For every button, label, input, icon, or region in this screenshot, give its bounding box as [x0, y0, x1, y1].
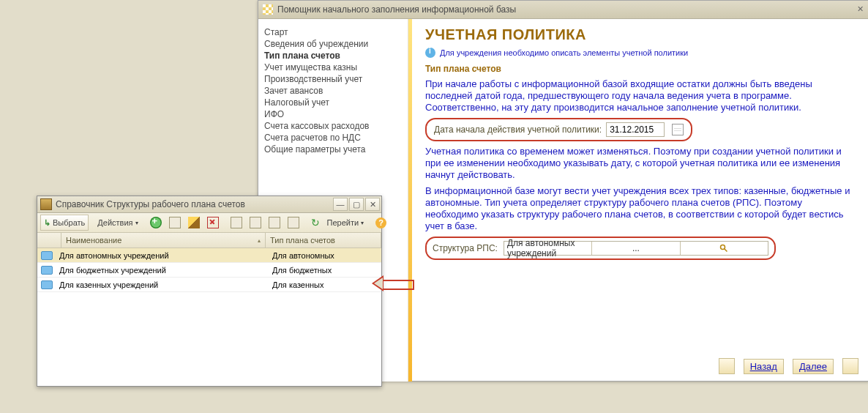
nav-item-cash[interactable]: Счета кассовых расходов: [264, 120, 402, 132]
rps-label: Структура РПС:: [433, 243, 498, 253]
catalog-window: Справочник Структуры рабочего плана счет…: [37, 196, 382, 387]
filter-button[interactable]: [228, 215, 245, 230]
back-button[interactable]: Назад: [744, 359, 784, 374]
page-heading: УЧЕТНАЯ ПОЛИТИКА: [425, 26, 856, 43]
nav-item-production[interactable]: Производственный учет: [264, 73, 402, 85]
minimize-icon[interactable]: —: [333, 198, 348, 211]
clear-button[interactable]: [285, 215, 302, 230]
policy-date-highlight: Дата начала действия учетной политики: 3…: [425, 118, 692, 141]
wizard-titlebar[interactable]: Помощник начального заполнения информаци…: [258, 1, 868, 19]
table-row[interactable]: Для бюджетных учреждений Для бюджетных: [37, 263, 381, 278]
table-row[interactable]: Для казенных учреждений Для казенных: [37, 278, 381, 292]
rps-highlight: Структура РПС: Для автономных учреждений…: [425, 237, 776, 260]
paragraph-2: Учетная политика со временем может измен…: [425, 146, 856, 181]
policy-date-input[interactable]: 31.12.2015: [606, 122, 665, 137]
settings-button[interactable]: [266, 215, 283, 230]
row-type: Для бюджетных: [269, 263, 381, 277]
goto-menu[interactable]: Перейти▾: [324, 215, 367, 230]
next-arrow-button[interactable]: [842, 358, 858, 374]
catalog-icon: [40, 198, 52, 210]
row-type: Для казенных: [269, 278, 381, 291]
row-icon: [41, 280, 53, 289]
nav-item-start[interactable]: Старт: [264, 26, 402, 38]
back-arrow-button[interactable]: [719, 358, 735, 374]
info-icon: [425, 48, 435, 58]
nav-item-treasury[interactable]: Учет имущества казны: [264, 62, 402, 73]
row-type: Для автономных: [269, 248, 381, 262]
catalog-title: Справочник Структуры рабочего плана счет…: [56, 199, 245, 209]
copy-button[interactable]: [166, 215, 184, 230]
section-title: Тип плана счетов: [425, 64, 856, 74]
catalog-toolbar: ↳ Выбрать Действия▾ ↻ Перейти▾ ?: [37, 213, 381, 233]
catalog-body: Для автономных учреждений Для автономных…: [37, 248, 381, 292]
catalog-titlebar[interactable]: Справочник Структуры рабочего плана счет…: [37, 196, 381, 213]
rps-input[interactable]: Для автономных учреждений ...: [504, 241, 768, 256]
select-button[interactable]: ↳ Выбрать: [40, 215, 89, 231]
actions-menu[interactable]: Действия▾: [94, 215, 141, 230]
hint-text: Для учреждения необходимо описать элемен…: [440, 48, 688, 57]
nav-item-general[interactable]: Общие параметры учета: [264, 144, 402, 155]
row-name: Для бюджетных учреждений: [56, 263, 269, 277]
row-name: Для автономных учреждений: [56, 248, 269, 262]
help-button[interactable]: ?: [373, 215, 389, 230]
paragraph-1: При начале работы с информационной базой…: [425, 78, 856, 114]
row-icon: [41, 266, 53, 275]
svg-line-1: [725, 249, 727, 252]
close-icon[interactable]: ✕: [854, 4, 866, 15]
calendar-icon[interactable]: [672, 124, 684, 135]
column-name[interactable]: Наименование▴: [61, 233, 266, 248]
paragraph-3: В информационной базе могут вести учет у…: [425, 185, 856, 232]
nav-item-advances[interactable]: Зачет авансов: [264, 85, 402, 97]
nav-item-vat[interactable]: Счета расчетов по НДС: [264, 132, 402, 144]
refresh-button[interactable]: ↻: [308, 215, 323, 230]
policy-date-label: Дата начала действия учетной политики:: [434, 124, 602, 135]
rps-value: Для автономных учреждений: [504, 238, 591, 258]
close-icon[interactable]: ✕: [365, 198, 380, 211]
column-type[interactable]: Тип плана счетов: [266, 233, 381, 248]
wizard-icon: [263, 4, 273, 15]
nav-item-ifo[interactable]: ИФО: [264, 108, 402, 120]
wizard-content: УЧЕТНАЯ ПОЛИТИКА Для учреждения необходи…: [412, 19, 868, 382]
pointer-arrow-icon: [372, 275, 411, 291]
rps-choose-button[interactable]: ...: [591, 242, 679, 255]
nav-item-plan-type[interactable]: Тип плана счетов: [264, 50, 402, 62]
search-icon[interactable]: [680, 242, 768, 255]
next-button[interactable]: Далее: [793, 359, 834, 374]
nav-item-org[interactable]: Сведения об учреждении: [264, 38, 402, 50]
sort-button[interactable]: [247, 215, 264, 230]
add-button[interactable]: [147, 215, 165, 230]
table-row[interactable]: Для автономных учреждений Для автономных: [37, 248, 381, 263]
delete-button[interactable]: [204, 215, 222, 230]
row-name: Для казенных учреждений: [56, 278, 269, 291]
maximize-icon[interactable]: ▢: [349, 198, 364, 211]
svg-point-0: [721, 245, 725, 250]
wizard-title: Помощник начального заполнения информаци…: [277, 4, 516, 15]
catalog-header: Наименование▴ Тип плана счетов: [37, 233, 381, 248]
row-icon: [41, 251, 53, 260]
nav-item-tax[interactable]: Налоговый учет: [264, 97, 402, 108]
edit-button[interactable]: [185, 215, 203, 230]
